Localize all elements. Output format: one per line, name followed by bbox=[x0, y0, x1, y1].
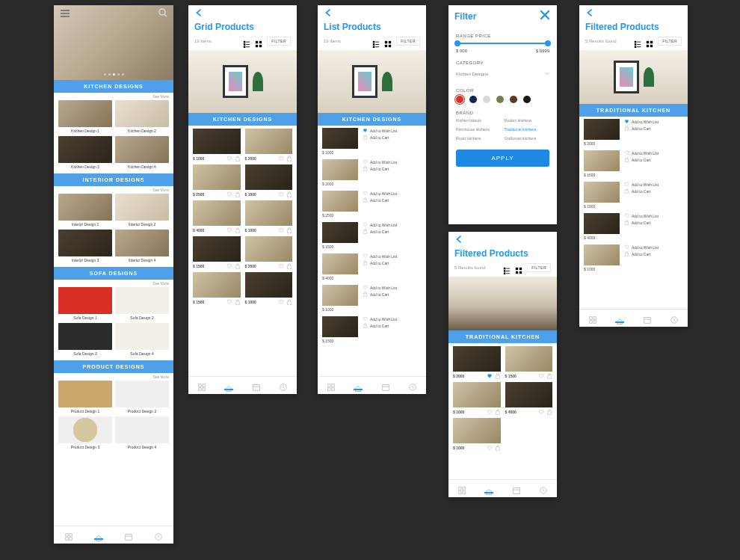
category-item[interactable]: Kitchen Design 4 bbox=[115, 136, 169, 169]
nav-grid-icon[interactable] bbox=[327, 381, 336, 390]
wishlist-icon[interactable] bbox=[278, 227, 284, 233]
add-cart-button[interactable]: Add to Cart bbox=[624, 157, 659, 162]
filter-button[interactable]: FILTER bbox=[396, 37, 420, 46]
color-swatch[interactable] bbox=[510, 96, 517, 103]
filter-button[interactable]: FILTER bbox=[267, 37, 291, 46]
product-card[interactable]: $ 2000 bbox=[453, 346, 501, 379]
product-card[interactable]: $ 1000 bbox=[453, 382, 501, 415]
add-wishlist-button[interactable]: Add to Wish List bbox=[363, 285, 397, 290]
product-card[interactable]: $ 1000 bbox=[245, 272, 293, 305]
category-item[interactable]: Product Design 2 bbox=[115, 381, 169, 413]
list-item[interactable]: $ 4000Add to Wish ListAdd to Cart bbox=[584, 213, 683, 240]
product-card[interactable]: $ 1500 bbox=[193, 236, 241, 269]
wishlist-icon[interactable] bbox=[278, 263, 284, 269]
list-view-icon[interactable] bbox=[503, 264, 511, 271]
list-item[interactable]: $ 1000Add to Wish ListAdd to Cart bbox=[584, 182, 683, 209]
nav-home-icon[interactable] bbox=[224, 381, 233, 390]
filter-button[interactable]: FILTER bbox=[527, 263, 551, 272]
list-item[interactable]: $ 2500Add to Wish ListAdd to Cart bbox=[322, 191, 422, 218]
cart-icon[interactable] bbox=[495, 373, 501, 379]
add-wishlist-button[interactable]: Add to Wish List bbox=[363, 159, 397, 164]
add-cart-button[interactable]: Add to Cart bbox=[363, 323, 397, 328]
add-cart-button[interactable]: Add to Cart bbox=[624, 188, 659, 194]
cart-icon[interactable] bbox=[286, 227, 292, 233]
list-item[interactable]: $ 1000Add to Wish ListAdd to Cart bbox=[322, 285, 422, 312]
cart-icon[interactable] bbox=[235, 156, 241, 161]
product-card[interactable]: $ 1000 bbox=[193, 129, 241, 161]
nav-settings-icon[interactable] bbox=[279, 381, 288, 390]
list-view-icon[interactable] bbox=[243, 37, 250, 45]
nav-calendar-icon[interactable] bbox=[381, 381, 390, 390]
nav-settings-icon[interactable] bbox=[408, 381, 417, 390]
nav-calendar-icon[interactable] bbox=[124, 531, 133, 540]
cart-icon[interactable] bbox=[495, 445, 501, 451]
nav-home-icon[interactable] bbox=[484, 484, 493, 493]
cart-icon[interactable] bbox=[495, 409, 501, 415]
grid-view-icon[interactable] bbox=[384, 37, 392, 45]
list-item[interactable]: $ 2000Add to Wish ListAdd to Cart bbox=[584, 119, 683, 146]
cart-icon[interactable] bbox=[235, 191, 241, 197]
add-cart-button[interactable]: Add to Cart bbox=[363, 229, 397, 234]
home-banner-kitchen[interactable]: KITCHEN DESIGNS bbox=[54, 80, 173, 93]
color-swatch[interactable] bbox=[523, 96, 531, 103]
nav-grid-icon[interactable] bbox=[197, 381, 206, 390]
category-item[interactable]: Interior Design 4 bbox=[115, 230, 169, 262]
close-icon[interactable] bbox=[539, 9, 551, 24]
add-wishlist-button[interactable]: Add to Wish List bbox=[363, 253, 397, 259]
cart-icon[interactable] bbox=[286, 263, 292, 269]
wishlist-icon[interactable] bbox=[487, 445, 493, 451]
wishlist-icon[interactable] bbox=[538, 373, 544, 379]
add-wishlist-button[interactable]: Add to Wish List bbox=[363, 128, 397, 133]
nav-grid-icon[interactable] bbox=[64, 531, 73, 540]
wishlist-icon[interactable] bbox=[278, 299, 284, 305]
nav-home-icon[interactable] bbox=[615, 314, 624, 323]
price-slider[interactable] bbox=[456, 43, 549, 44]
back-icon[interactable] bbox=[324, 7, 333, 20]
category-item[interactable]: Sofa Design 3 bbox=[58, 323, 112, 356]
add-cart-button[interactable]: Add to Cart bbox=[624, 251, 659, 256]
category-item[interactable]: Interior Design 1 bbox=[58, 194, 112, 227]
cart-icon[interactable] bbox=[546, 409, 552, 415]
add-cart-button[interactable]: Add to Cart bbox=[363, 292, 397, 297]
list-view-icon[interactable] bbox=[634, 37, 641, 45]
nav-calendar-icon[interactable] bbox=[512, 484, 521, 493]
wishlist-icon[interactable] bbox=[278, 191, 284, 197]
add-cart-button[interactable]: Add to Cart bbox=[624, 126, 659, 131]
list-item[interactable]: $ 1500Add to Wish ListAdd to Cart bbox=[322, 316, 422, 343]
add-wishlist-button[interactable]: Add to Wish List bbox=[624, 182, 659, 187]
nav-grid-icon[interactable] bbox=[588, 314, 597, 323]
add-cart-button[interactable]: Add to Cart bbox=[363, 260, 397, 265]
grid-view-icon[interactable] bbox=[255, 37, 262, 45]
cart-icon[interactable] bbox=[286, 191, 292, 197]
wishlist-icon[interactable] bbox=[487, 409, 493, 415]
nav-calendar-icon[interactable] bbox=[643, 314, 652, 323]
add-cart-button[interactable]: Add to Cart bbox=[363, 197, 397, 203]
add-wishlist-button[interactable]: Add to Wish List bbox=[624, 244, 659, 250]
filter-button[interactable]: FILTER bbox=[658, 37, 682, 46]
color-swatch[interactable] bbox=[496, 96, 504, 103]
wishlist-icon[interactable] bbox=[226, 263, 232, 269]
brand-option[interactable]: Craftsman kitchens bbox=[505, 136, 550, 141]
brand-option[interactable]: Rustic kitchens bbox=[456, 136, 502, 141]
see-more-link[interactable]: See More bbox=[54, 373, 173, 381]
list-view-icon[interactable] bbox=[372, 37, 380, 45]
color-swatch[interactable] bbox=[483, 96, 490, 103]
list-item[interactable]: $ 1500Add to Wish ListAdd to Cart bbox=[584, 150, 683, 177]
cart-icon[interactable] bbox=[286, 156, 292, 161]
product-card[interactable]: $ 2500 bbox=[245, 236, 293, 269]
add-cart-button[interactable]: Add to Cart bbox=[363, 166, 397, 171]
product-card[interactable]: $ 2500 bbox=[193, 164, 241, 197]
brand-option[interactable]: Farmhouse kitchens bbox=[456, 127, 502, 132]
category-item[interactable]: Interior Design 3 bbox=[58, 230, 112, 262]
brand-option[interactable]: Traditional kitchens bbox=[505, 127, 550, 132]
see-more-link[interactable]: See More bbox=[54, 93, 173, 100]
grid-view-icon[interactable] bbox=[515, 264, 522, 271]
category-item[interactable]: Kitchen Design 3 bbox=[58, 136, 112, 169]
list-item[interactable]: $ 4000Add to Wish ListAdd to Cart bbox=[322, 253, 422, 280]
category-item[interactable]: Sofa Design 1 bbox=[58, 287, 112, 320]
category-item[interactable]: Kitchen Design 1 bbox=[58, 100, 112, 133]
wishlist-icon[interactable] bbox=[226, 156, 232, 161]
product-card[interactable]: $ 1500 bbox=[245, 164, 293, 197]
brand-option[interactable]: Kitchen Islands bbox=[456, 118, 502, 123]
add-wishlist-button[interactable]: Add to Wish List bbox=[624, 150, 659, 156]
